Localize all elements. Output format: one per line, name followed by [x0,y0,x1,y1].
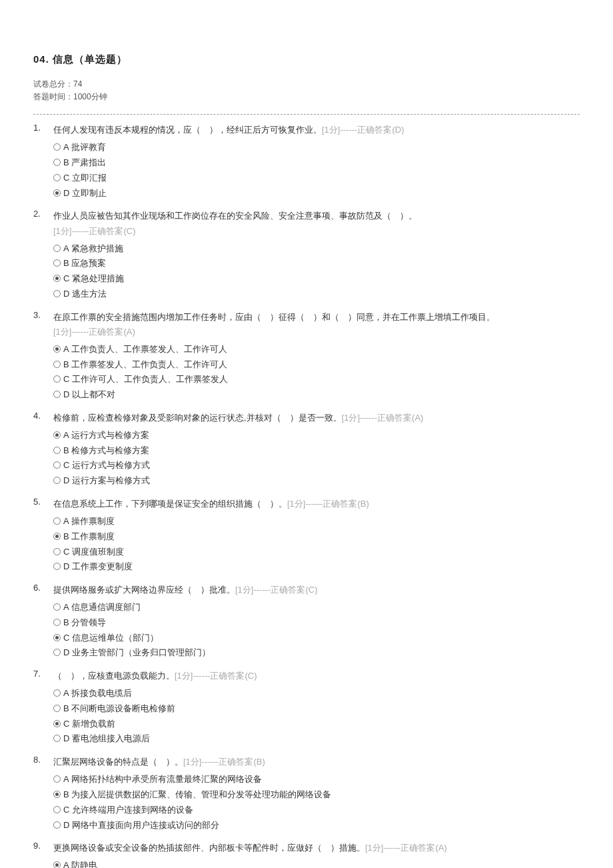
option-label: D [63,561,69,571]
option[interactable]: C 允许终端用户连接到网络的设备 [53,803,580,818]
option[interactable]: C 调度值班制度 [53,545,580,560]
radio-icon[interactable] [53,775,61,783]
option-text: 运行方案与检修方式 [72,475,150,485]
total-score-label: 试卷总分： [33,79,73,89]
option[interactable]: B 工作票制度 [53,529,580,545]
option[interactable]: A 操作票制度 [53,514,580,529]
radio-icon[interactable] [53,361,61,368]
option[interactable]: A 紧急救护措施 [53,241,580,257]
option[interactable]: C 工作许可人、工作负责人、工作票签发人 [53,372,580,387]
radio-selected-icon[interactable] [53,634,61,641]
radio-selected-icon[interactable] [53,345,61,353]
radio-icon[interactable] [53,375,61,383]
radio-selected-icon[interactable] [53,533,61,540]
option[interactable]: A 拆接负载电缆后 [53,686,580,701]
option[interactable]: D 立即制止 [53,186,580,201]
option[interactable]: A 信息通信调度部门 [53,600,580,615]
radio-icon[interactable] [53,563,61,570]
time-value: 1000分钟 [73,92,107,101]
option[interactable]: A 批评教育 [53,140,580,155]
radio-icon[interactable] [53,447,61,454]
option[interactable]: D 蓄电池组接入电源后 [53,731,580,747]
radio-icon[interactable] [53,290,61,297]
stem-text: （ ），应核查电源负载能力。 [53,671,175,681]
option[interactable]: B 应急预案 [53,256,580,271]
option[interactable]: A 防静电 [53,858,580,868]
option[interactable]: A 网络拓扑结构中承受所有流量最终汇聚的网络设备 [53,772,580,787]
radio-icon[interactable] [53,517,61,525]
radio-icon[interactable] [53,603,61,611]
radio-icon[interactable] [53,461,61,469]
option[interactable]: C 立即汇报 [53,171,580,186]
option-label: A [63,860,69,868]
radio-icon[interactable] [53,548,61,555]
question-body: 更换网络设备或安全设备的热插拔部件、内部板卡等配件时，应做好（ ）措施。[1分]… [53,841,580,868]
option-label: D [63,475,69,485]
radio-icon[interactable] [53,649,61,656]
option[interactable]: D 工作票变更制度 [53,559,580,575]
radio-icon[interactable] [53,821,61,829]
question-body: （ ），应核查电源负载能力。[1分]------正确答案(C)A 拆接负载电缆后… [53,669,580,747]
question-number: 9. [33,841,53,868]
radio-icon[interactable] [53,391,61,398]
option-text: 工作负责人、工作票签发人、工作许可人 [71,344,227,354]
option[interactable]: C 紧急处理措施 [53,271,580,287]
option-text: 网络中直接面向用户连接或访问的部分 [72,820,219,830]
question-stem: 在信息系统上工作，下列哪项是保证安全的组织措施（ ）。[1分]------正确答… [53,497,580,511]
radio-icon[interactable] [53,735,61,742]
option[interactable]: A 运行方式与检修方案 [53,428,580,443]
option[interactable]: B 严肃指出 [53,155,580,171]
score-answer: [1分]------正确答案(D) [322,125,404,135]
question-number: 3. [33,310,53,403]
radio-icon[interactable] [53,159,61,166]
radio-selected-icon[interactable] [53,189,61,197]
option[interactable]: D 逃生方法 [53,287,580,302]
radio-selected-icon[interactable] [53,720,61,727]
radio-icon[interactable] [53,143,61,151]
stem-text: 任何人发现有违反本规程的情况，应（ ），经纠正后方可恢复作业。 [53,125,322,135]
radio-icon[interactable] [53,174,61,181]
stem-text: 汇聚层网络设备的特点是（ ）。 [53,757,183,767]
radio-selected-icon[interactable] [53,861,61,868]
option[interactable]: C 运行方式与检修方式 [53,458,580,473]
radio-selected-icon[interactable] [53,275,61,282]
score-answer: [1分]------正确答案(C) [235,585,317,595]
option[interactable]: D 网络中直接面向用户连接或访问的部分 [53,818,580,833]
option[interactable]: B 工作票签发人、工作负责人、工作许可人 [53,357,580,373]
option[interactable]: C 信息运维单位（部门） [53,631,580,646]
option-label: D [63,820,69,830]
stem-text: 在原工作票的安全措施范围内增加工作任务时，应由（ ）征得（ ）和（ ）同意，并在… [53,312,495,322]
radio-icon[interactable] [53,705,61,712]
radio-icon[interactable] [53,477,61,484]
radio-icon[interactable] [53,689,61,697]
option[interactable]: B 不间断电源设备断电检修前 [53,701,580,717]
option[interactable]: B 为接入层提供数据的汇聚、传输、管理和分发等处理功能的网络设备 [53,787,580,803]
option[interactable]: B 分管领导 [53,615,580,631]
radio-icon[interactable] [53,619,61,626]
option-label: A [63,344,69,354]
option-text: 蓄电池组接入电源后 [72,733,150,743]
question-body: 在原工作票的安全措施范围内增加工作任务时，应由（ ）征得（ ）和（ ）同意，并在… [53,310,580,403]
option[interactable]: B 检修方式与检修方案 [53,443,580,459]
option[interactable]: A 工作负责人、工作票签发人、工作许可人 [53,342,580,357]
option[interactable]: C 新增负载前 [53,717,580,732]
radio-icon[interactable] [53,806,61,813]
option-text: 运行方式与检修方式 [72,460,150,470]
option-text: 批评教育 [71,142,106,152]
radio-icon[interactable] [53,245,61,252]
option-text: 信息通信调度部门 [71,602,141,612]
option-label: B [63,617,69,627]
question: 7.（ ），应核查电源负载能力。[1分]------正确答案(C)A 拆接负载电… [33,665,580,747]
option[interactable]: D 业务主管部门（业务归口管理部门） [53,645,580,661]
option-label: A [63,243,69,253]
radio-selected-icon[interactable] [53,791,61,798]
stem-text: 提供网络服务或扩大网络边界应经（ ）批准。 [53,585,235,595]
radio-selected-icon[interactable] [53,431,61,439]
option-text: 允许终端用户连接到网络的设备 [72,805,193,815]
radio-icon[interactable] [53,259,61,267]
option[interactable]: D 以上都不对 [53,387,580,403]
question: 5.在信息系统上工作，下列哪项是保证安全的组织措施（ ）。[1分]------正… [33,493,580,575]
question-number: 8. [33,755,53,833]
option[interactable]: D 运行方案与检修方式 [53,473,580,489]
option-text: 防静电 [71,860,97,868]
